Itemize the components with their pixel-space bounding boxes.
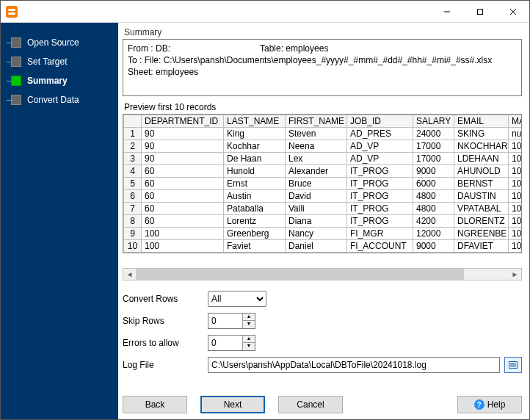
app-window: Open Source Set Target Summary Convert D… [0, 0, 530, 420]
row-number-cell: 8 [124, 215, 142, 228]
column-header[interactable]: EMAIL [454, 115, 509, 128]
table-row[interactable]: 10100FavietDanielFI_ACCOUNT9000DFAVIET10… [124, 240, 523, 253]
log-file-browse-button[interactable] [504, 357, 522, 373]
table-cell: Bruce [286, 178, 347, 190]
table-cell: Alexander [286, 165, 347, 178]
table-row[interactable]: 190KingStevenAD_PRES24000SKINGnull [124, 128, 523, 140]
errors-allow-spinner[interactable]: ▲▼ [208, 335, 255, 351]
table-cell: 90 [142, 153, 224, 165]
table-row[interactable]: 860LorentzDianaIT_PROG4200DLORENTZ103 [124, 215, 523, 228]
convert-rows-select[interactable]: All [208, 291, 266, 307]
table-cell: 17000 [413, 153, 454, 165]
scroll-left-icon[interactable]: ◄ [123, 269, 136, 280]
table-row[interactable]: 560ErnstBruceIT_PROG6000BERNST103 [124, 178, 523, 190]
table-cell: Pataballa [224, 203, 286, 215]
table-cell: Austin [224, 190, 286, 203]
skip-rows-label: Skip Rows [123, 316, 203, 326]
table-cell: AD_VP [347, 140, 413, 153]
column-header[interactable]: JOB_ID [347, 115, 413, 128]
table-cell: King [224, 128, 286, 140]
row-number-cell: 1 [124, 128, 142, 140]
table-cell: 108 [509, 240, 523, 253]
row-number-cell: 6 [124, 190, 142, 203]
wizard-sidebar: Open Source Set Target Summary Convert D… [1, 23, 118, 419]
sidebar-item-summary[interactable]: Summary [1, 71, 118, 90]
horizontal-scrollbar[interactable]: ◄ ► [123, 268, 522, 280]
app-icon [5, 5, 18, 18]
spin-down-icon[interactable]: ▼ [243, 343, 255, 350]
errors-allow-input[interactable] [208, 336, 242, 350]
table-cell: AD_VP [347, 153, 413, 165]
table-cell: 101 [509, 228, 523, 240]
table-cell: 4200 [413, 215, 454, 228]
sidebar-item-set-target[interactable]: Set Target [1, 52, 118, 71]
table-cell: VPATABAL [454, 203, 509, 215]
step-icon [11, 76, 21, 86]
table-cell: 60 [142, 203, 224, 215]
table-row[interactable]: 660AustinDavidIT_PROG4800DAUSTIN103 [124, 190, 523, 203]
table-cell: 100 [142, 240, 224, 253]
minimize-button[interactable] [430, 1, 463, 22]
column-header[interactable]: LAST_NAME [224, 115, 286, 128]
scroll-thumb[interactable] [136, 269, 464, 280]
table-cell: De Haan [224, 153, 286, 165]
table-cell: David [286, 190, 347, 203]
table-row[interactable]: 760PataballaValliIT_PROG4800VPATABAL103 [124, 203, 523, 215]
table-row[interactable]: 290KochharNeenaAD_VP17000NKOCHHAR100 [124, 140, 523, 153]
table-cell: Daniel [286, 240, 347, 253]
table-row[interactable]: 460HunoldAlexanderIT_PROG9000AHUNOLD102 [124, 165, 523, 178]
column-header[interactable]: SALARY [413, 115, 454, 128]
table-cell: Lex [286, 153, 347, 165]
wizard-footer: Back Next Cancel ? Help [123, 387, 522, 413]
table-cell: Steven [286, 128, 347, 140]
table-cell: IT_PROG [347, 165, 413, 178]
sidebar-item-open-source[interactable]: Open Source [1, 33, 118, 52]
spin-down-icon[interactable]: ▼ [243, 321, 255, 328]
table-row[interactable]: 9100GreenbergNancyFI_MGR12000NGREENBE101 [124, 228, 523, 240]
table-row[interactable]: 390De HaanLexAD_VP17000LDEHAAN100 [124, 153, 523, 165]
spin-up-icon[interactable]: ▲ [243, 314, 255, 321]
table-cell: 17000 [413, 140, 454, 153]
table-cell: Valli [286, 203, 347, 215]
sidebar-item-label: Open Source [27, 37, 79, 48]
spin-up-icon[interactable]: ▲ [243, 336, 255, 343]
row-number-cell: 5 [124, 178, 142, 190]
table-cell: DFAVIET [454, 240, 509, 253]
table-cell: null [509, 128, 523, 140]
table-cell: Lorentz [224, 215, 286, 228]
table-cell: 4800 [413, 190, 454, 203]
table-cell: DAUSTIN [454, 190, 509, 203]
skip-rows-input[interactable] [208, 314, 242, 328]
table-cell: SKING [454, 128, 509, 140]
column-header[interactable]: DEPARTMENT_ID [142, 115, 224, 128]
window-controls [430, 1, 529, 22]
table-cell: 60 [142, 190, 224, 203]
column-header[interactable]: FIRST_NAME [286, 115, 347, 128]
skip-rows-spinner[interactable]: ▲▼ [208, 313, 255, 329]
table-cell: IT_PROG [347, 178, 413, 190]
step-icon [11, 57, 21, 67]
help-icon: ? [474, 399, 484, 410]
help-button[interactable]: ? Help [457, 396, 522, 413]
table-cell: Hunold [224, 165, 286, 178]
sidebar-item-label: Convert Data [27, 95, 79, 105]
close-button[interactable] [496, 1, 529, 22]
convert-rows-label: Convert Rows [123, 294, 203, 304]
preview-table: DEPARTMENT_IDLAST_NAMEFIRST_NAMEJOB_IDSA… [123, 114, 522, 253]
sidebar-item-convert-data[interactable]: Convert Data [1, 90, 118, 109]
errors-allow-label: Errors to allow [123, 338, 203, 348]
main-panel: Summary From : DB: Table: employees To :… [118, 23, 529, 419]
log-file-label: Log File [123, 360, 203, 370]
column-header[interactable]: MANAG [509, 115, 523, 128]
titlebar [1, 1, 529, 23]
table-cell: 90 [142, 140, 224, 153]
scroll-right-icon[interactable]: ► [509, 269, 521, 280]
back-button[interactable]: Back [123, 396, 187, 413]
next-button[interactable]: Next [200, 396, 265, 413]
cancel-button[interactable]: Cancel [278, 396, 343, 413]
table-cell: NKOCHHAR [454, 140, 509, 153]
log-file-input[interactable] [208, 357, 500, 373]
scroll-track[interactable] [136, 269, 509, 280]
sidebar-item-label: Set Target [27, 57, 67, 67]
maximize-button[interactable] [463, 1, 496, 22]
